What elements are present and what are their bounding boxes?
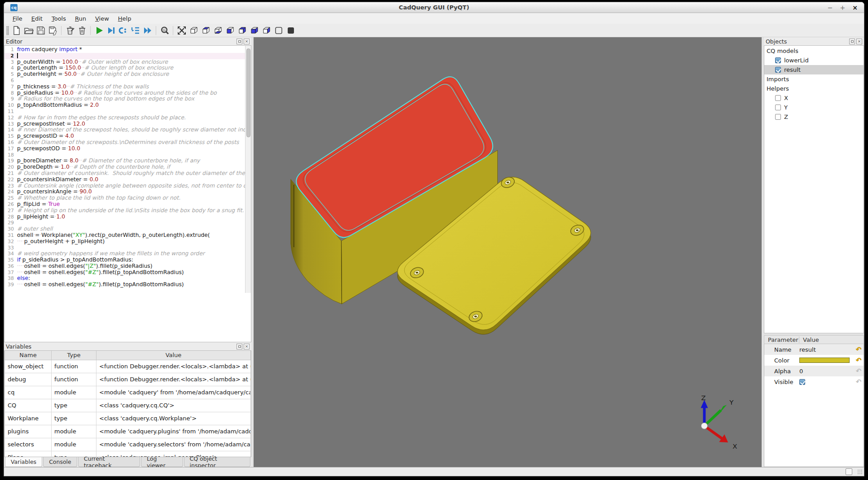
viewport-3d[interactable]: Z Y X	[254, 37, 762, 467]
delete-button[interactable]	[76, 25, 88, 36]
view-top-button[interactable]	[200, 25, 212, 36]
code-line-37[interactable]: 37····oshell·=·oshell.edges("#Z").fillet…	[4, 270, 245, 276]
run-button[interactable]	[93, 25, 105, 36]
step-into-button[interactable]	[129, 25, 141, 36]
code-line-1[interactable]: 1from·cadquery·import·*	[4, 47, 245, 53]
checkbox-x[interactable]	[775, 95, 781, 101]
menu-run[interactable]: Run	[71, 14, 90, 23]
debug-button[interactable]	[105, 25, 117, 36]
tree-group-cq-models[interactable]: CQ models	[764, 46, 864, 56]
shaded-button[interactable]	[285, 25, 297, 36]
code-line-12[interactable]: 12# How far in from the edges the screwp…	[4, 115, 245, 121]
tree-group-helpers[interactable]: Helpers	[764, 84, 864, 93]
titlebar[interactable]: cq CadQuery GUI (PyQT) − + ×	[4, 2, 864, 13]
wireframe-button[interactable]	[272, 25, 285, 36]
menu-help[interactable]: Help	[114, 14, 136, 23]
code-line-3[interactable]: 3p_outerWidth·=·100.0··# Outer width of …	[4, 59, 245, 65]
parameter-row-name[interactable]: Nameresult↶	[764, 344, 864, 355]
editor-float-icon[interactable]	[237, 39, 242, 44]
code-line-7[interactable]: 7p_thickness·=·3.0··# Thickness of the b…	[4, 84, 245, 90]
clear-button[interactable]	[64, 25, 76, 36]
checkbox-y[interactable]	[775, 105, 781, 110]
view-back-button[interactable]	[236, 25, 248, 36]
checkbox-z[interactable]	[775, 114, 781, 120]
variable-row[interactable]: CQtype<class 'cadquery.cq.CQ'>	[5, 399, 251, 412]
save-as-button[interactable]	[47, 25, 59, 36]
open-file-button[interactable]	[22, 25, 35, 36]
code-line-10[interactable]: 10p_topAndBottomRadius·=·2.0	[4, 102, 245, 109]
revert-icon[interactable]: ↶	[854, 345, 864, 353]
parameter-value[interactable]	[799, 358, 854, 363]
save-button[interactable]	[35, 25, 47, 36]
menu-edit[interactable]: Edit	[27, 14, 47, 23]
checkbox-result[interactable]	[775, 67, 781, 73]
new-file-button[interactable]	[10, 25, 22, 36]
tree-group-imports[interactable]: Imports	[764, 74, 864, 84]
variable-row[interactable]: selectorsmodule<module 'cadquery.selecto…	[5, 438, 251, 451]
revert-icon[interactable]: ↶	[854, 356, 864, 364]
parameter-row-visible[interactable]: Visible↶	[764, 376, 864, 387]
editor-close-icon[interactable]: ×	[244, 39, 250, 44]
objects-float-icon[interactable]	[849, 39, 855, 44]
code-line-26[interactable]: 26p_flipLid·=·True	[4, 201, 245, 208]
inspect-zoom-button[interactable]	[158, 25, 171, 36]
editor-scrollbar[interactable]	[245, 46, 251, 293]
maximize-button[interactable]: +	[840, 4, 846, 11]
tab-log-viewer[interactable]: Log viewer	[141, 457, 183, 467]
code-line-34[interactable]: 34# weird geometry happens if we make th…	[4, 251, 245, 257]
code-line-8[interactable]: 8p_sideRadius·=·10.0··# Radius for the c…	[4, 90, 245, 96]
code-line-30[interactable]: 30# outer shell	[4, 226, 245, 232]
continue-button[interactable]	[141, 25, 153, 36]
variables-close-icon[interactable]: ×	[244, 344, 250, 349]
fit-view-button[interactable]	[175, 25, 188, 36]
code-line-24[interactable]: 24p_countersinkAngle·=·90.0	[4, 189, 245, 195]
tree-item-y[interactable]: Y	[764, 103, 864, 112]
code-line-17[interactable]: 17p_screwpostOD·=·10.0	[4, 146, 245, 152]
code-line-19[interactable]: 19p_boreDiameter·=·8.0··# Diameter of th…	[4, 158, 245, 164]
code-line-18[interactable]: 18	[4, 152, 245, 158]
view-left-button[interactable]	[248, 25, 260, 36]
code-line-11[interactable]: 11	[4, 109, 245, 115]
code-line-33[interactable]: 33	[4, 245, 245, 251]
parameter-value[interactable]	[799, 379, 854, 385]
variable-row[interactable]: show_objectfunction<function Debugger.re…	[5, 360, 251, 373]
parameter-row-alpha[interactable]: Alpha0↶	[764, 366, 864, 376]
tree-item-x[interactable]: X	[764, 93, 864, 103]
variables-column-name[interactable]: Name	[5, 351, 52, 360]
resize-grip-icon[interactable]	[857, 469, 863, 475]
code-line-14[interactable]: 14# nner Diameter of the screwpost holes…	[4, 127, 245, 133]
code-editor[interactable]: 1from·cadquery·import·*23p_outerWidth·=·…	[4, 45, 251, 293]
code-line-25[interactable]: 25# Whether to place the lid with the to…	[4, 195, 245, 201]
menu-file[interactable]: File	[9, 14, 26, 23]
tree-item-z[interactable]: Z	[764, 112, 864, 122]
tree-item-result[interactable]: result	[764, 65, 864, 74]
tab-current-traceback[interactable]: Current traceback	[78, 457, 140, 467]
parameter-value[interactable]: 0	[799, 368, 854, 375]
code-line-27[interactable]: 27# Height of lip on the underside of th…	[4, 208, 245, 214]
tab-variables[interactable]: Variables	[5, 457, 42, 467]
variables-column-type[interactable]: Type	[52, 351, 96, 360]
variable-row[interactable]: pluginsmodule<module 'cadquery.plugins' …	[5, 425, 251, 438]
menu-view[interactable]: View	[91, 14, 113, 23]
variables-column-value[interactable]: Value	[96, 351, 251, 360]
view-right-button[interactable]	[260, 25, 272, 36]
parameter-value[interactable]: result	[799, 346, 854, 353]
view-front-button[interactable]	[224, 25, 236, 36]
menu-tools[interactable]: Tools	[48, 14, 70, 23]
objects-close-icon[interactable]: ×	[856, 39, 862, 44]
toolbar-drag-handle[interactable]	[6, 26, 9, 35]
code-line-39[interactable]: 39····oshell·=·oshell.edges("#Z").fillet…	[4, 282, 245, 288]
tree-item-lowerlid[interactable]: lowerLid	[764, 56, 864, 65]
checkbox-lowerlid[interactable]	[775, 57, 781, 63]
parameter-row-color[interactable]: Color↶	[764, 355, 864, 366]
code-line-13[interactable]: 13p_screwpostInset·=·12.0	[4, 121, 245, 127]
code-line-38[interactable]: 38else:	[4, 275, 245, 282]
code-line-21[interactable]: 21# Outer diameter of countersink. Shoul…	[4, 170, 245, 177]
code-line-16[interactable]: 16# Outer Diameter of the screwposts.\nD…	[4, 140, 245, 146]
code-line-31[interactable]: 31oshell·=·Workplane("XY").rect(p_outerW…	[4, 232, 245, 239]
code-line-20[interactable]: 20p_boreDepth·=·1.0··# Depth of the coun…	[4, 164, 245, 170]
code-line-28[interactable]: 28p_lipHeight·=·1.0	[4, 214, 245, 220]
code-line-35[interactable]: 35if·p_sideRadius·>·p_topAndBottomRadius…	[4, 257, 245, 263]
variable-row[interactable]: debugfunction<function Debugger.render.<…	[5, 373, 251, 386]
statusbar-button[interactable]	[846, 468, 852, 475]
